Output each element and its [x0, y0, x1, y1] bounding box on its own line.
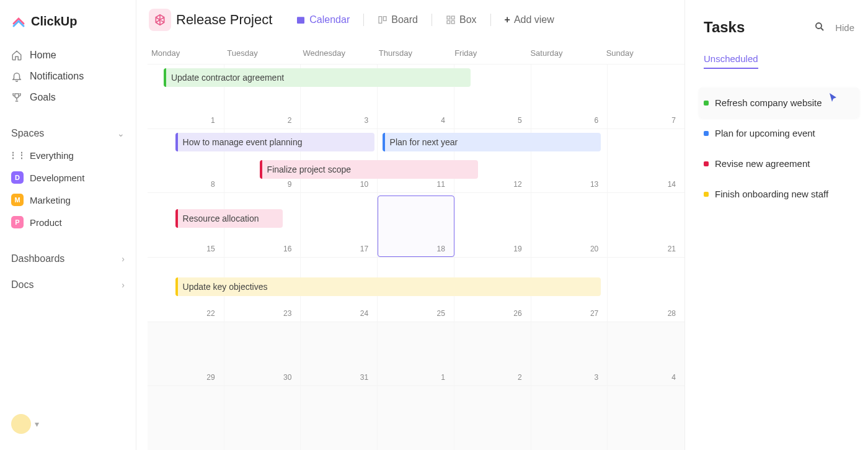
- clickup-logo-icon: [11, 14, 26, 29]
- day-header: Wednesday: [299, 40, 375, 64]
- calendar-day-cell[interactable]: 31: [301, 322, 378, 386]
- nav-home[interactable]: Home: [7, 45, 128, 66]
- nav-goals[interactable]: Goals: [7, 87, 128, 108]
- event-color-bar: [175, 277, 178, 296]
- docs-header[interactable]: Docs ›: [7, 274, 128, 295]
- unscheduled-task[interactable]: Finish onboarding new staff: [704, 179, 854, 209]
- calendar-day-cell[interactable]: 4: [608, 322, 684, 386]
- calendar-day-cell[interactable]: [301, 386, 378, 450]
- tab-box[interactable]: Box: [440, 11, 483, 29]
- svg-rect-4: [451, 16, 454, 19]
- space-label: Everything: [30, 150, 74, 161]
- main: Release Project Calendar Board Box + Add…: [136, 0, 685, 450]
- day-header: Monday: [148, 40, 223, 64]
- sidebar-space-marketing[interactable]: MMarketing: [7, 189, 128, 211]
- hide-panel-button[interactable]: Hide: [835, 22, 854, 33]
- calendar-day-cell[interactable]: 6: [531, 65, 608, 128]
- unscheduled-task[interactable]: Revise new agreement: [704, 148, 854, 179]
- calendar-day-cell[interactable]: [224, 386, 301, 450]
- calendar-event[interactable]: Update contractor agreement: [164, 68, 471, 87]
- event-title: How to manage event planning: [183, 137, 303, 147]
- calendar-day-cell[interactable]: [378, 386, 454, 450]
- event-color-bar: [175, 209, 178, 228]
- space-label: Product: [30, 217, 62, 228]
- unscheduled-task[interactable]: Plan for upcoming event: [704, 118, 854, 148]
- drop-target: [378, 196, 454, 257]
- tasks-panel: Tasks Hide Unscheduled Refresh company w…: [685, 0, 868, 450]
- trophy-icon: [11, 92, 22, 103]
- calendar-day-cell[interactable]: 19: [454, 193, 531, 257]
- calendar-day-cell[interactable]: 20: [531, 193, 608, 257]
- calendar-week: [148, 385, 684, 450]
- logo[interactable]: ClickUp: [7, 10, 128, 32]
- spaces-header[interactable]: Spaces ⌄: [7, 123, 128, 144]
- board-icon: [378, 15, 388, 25]
- calendar-day-cell[interactable]: 3: [531, 322, 608, 386]
- calendar-event[interactable]: How to manage event planning: [175, 133, 375, 151]
- svg-rect-0: [297, 17, 304, 24]
- topbar: Release Project Calendar Board Box + Add…: [136, 0, 684, 40]
- sidebar-space-development[interactable]: DDevelopment: [7, 166, 128, 189]
- dashboards-header[interactable]: Dashboards ›: [7, 248, 128, 269]
- task-status-dot: [704, 101, 709, 106]
- calendar-day-cell[interactable]: 14: [608, 129, 684, 193]
- calendar-week: 1234567Update contractor agreement: [148, 64, 684, 128]
- calendar-event[interactable]: Update key objectives: [175, 277, 601, 296]
- tab-unscheduled[interactable]: Unscheduled: [704, 53, 758, 69]
- calendar-event[interactable]: Resource allocation: [175, 209, 283, 228]
- svg-rect-6: [451, 20, 454, 24]
- space-badge-icon: P: [11, 216, 24, 228]
- unscheduled-task[interactable]: Refresh company website: [699, 88, 859, 118]
- add-view-button[interactable]: + Add view: [498, 11, 560, 29]
- calendar-week: 15161718192021Resource allocation: [148, 192, 684, 257]
- tasks-panel-title: Tasks: [704, 19, 745, 36]
- calendar-grid: MondayTuesdayWednesdayThursdayFridaySatu…: [136, 40, 684, 450]
- calendar-day-cell[interactable]: 7: [608, 65, 684, 128]
- sidebar-space-product[interactable]: PProduct: [7, 211, 128, 233]
- nav-notifications[interactable]: Notifications: [7, 66, 128, 87]
- calendar-day-cell[interactable]: 29: [148, 322, 224, 386]
- day-header: Sunday: [603, 40, 678, 64]
- calendar-event[interactable]: Plan for next year: [383, 133, 601, 151]
- calendar-day-cell[interactable]: 1: [378, 322, 454, 386]
- day-header: Thursday: [375, 40, 451, 64]
- calendar-day-cell[interactable]: [531, 386, 608, 450]
- svg-rect-3: [447, 16, 450, 19]
- svg-rect-5: [447, 20, 450, 24]
- calendar-day-cell[interactable]: 28: [608, 258, 684, 322]
- brand-name: ClickUp: [31, 14, 77, 29]
- task-label: Refresh company website: [715, 97, 822, 108]
- tab-calendar[interactable]: Calendar: [290, 11, 356, 29]
- calendar-day-cell[interactable]: 30: [224, 322, 301, 386]
- day-header: Saturday: [526, 40, 602, 64]
- task-status-dot: [704, 192, 709, 197]
- nav-label: Notifications: [30, 71, 84, 82]
- calendar-day-cell[interactable]: 21: [608, 193, 684, 257]
- event-color-bar: [383, 133, 385, 151]
- svg-rect-1: [379, 17, 382, 24]
- event-color-bar: [260, 160, 262, 179]
- sidebar-space-everything[interactable]: ⋮⋮Everything: [7, 144, 128, 166]
- user-avatar[interactable]: ▾: [7, 408, 128, 440]
- calendar-event[interactable]: Finalize project scope: [260, 160, 479, 179]
- home-icon: [11, 50, 22, 61]
- bell-icon: [11, 71, 22, 82]
- task-label: Plan for upcoming event: [715, 128, 815, 138]
- calendar-day-cell[interactable]: [608, 386, 684, 450]
- tab-board[interactable]: Board: [371, 11, 424, 29]
- calendar-day-cell[interactable]: [148, 386, 224, 450]
- chevron-down-icon: ⌄: [117, 128, 125, 138]
- sidebar: ClickUp Home Notifications Goals Spaces …: [0, 0, 136, 450]
- event-title: Resource allocation: [183, 214, 259, 223]
- project-icon[interactable]: [149, 9, 171, 31]
- calendar-day-cell[interactable]: 17: [301, 193, 378, 257]
- search-icon[interactable]: [814, 21, 825, 34]
- calendar-day-cell[interactable]: 2: [454, 322, 531, 386]
- cursor-icon: [826, 91, 841, 108]
- plus-icon: +: [505, 14, 510, 25]
- space-badge-icon: D: [11, 171, 24, 184]
- event-title: Update contractor agreement: [171, 73, 284, 83]
- chevron-right-icon: ›: [122, 280, 125, 290]
- calendar-day-cell[interactable]: [454, 386, 531, 450]
- task-status-dot: [704, 131, 709, 136]
